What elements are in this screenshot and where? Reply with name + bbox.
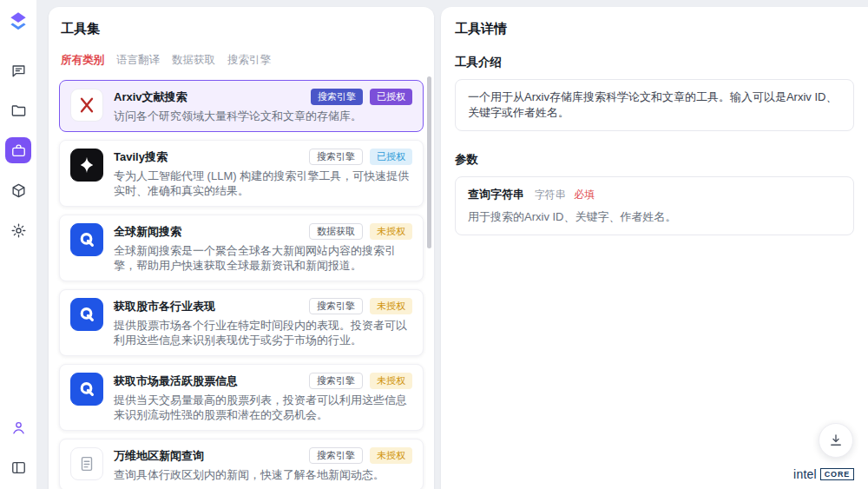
tool-detail-panel: 工具详情 工具介绍 一个用于从Arxiv存储库搜索科学论文和文章的工具。输入可以… xyxy=(441,7,868,489)
sidebar-item-settings[interactable] xyxy=(5,217,31,243)
category-tab[interactable]: 所有类别 xyxy=(61,53,104,68)
param-name: 查询字符串 xyxy=(468,188,524,201)
intel-core-logo: intel CORE xyxy=(793,467,854,481)
tool-auth-badge: 未授权 xyxy=(370,223,412,240)
tool-icon xyxy=(70,223,103,256)
tool-category-tag: 搜索引擎 xyxy=(309,447,363,464)
param-required-badge: 必填 xyxy=(574,188,595,201)
params-section-label: 参数 xyxy=(455,152,854,168)
core-badge: CORE xyxy=(820,468,854,480)
tool-description: 提供当天交易量最高的股票列表，投资者可以利用这些信息来识别流动性强的股票和潜在的… xyxy=(114,393,412,422)
sidebar-item-files[interactable] xyxy=(5,97,31,123)
category-tabs: 所有类别语言翻译数据获取搜索引擎 xyxy=(61,53,422,68)
tool-card[interactable]: Arxiv文献搜索 搜索引擎 已授权 访问各个研究领域大量科学论文和文章的存储库… xyxy=(59,80,424,132)
tool-list-panel: 工具集 所有类别语言翻译数据获取搜索引擎 xyxy=(49,7,434,489)
app-sidebar xyxy=(0,0,36,489)
tool-title: Arxiv文献搜索 xyxy=(114,89,187,106)
tool-icon xyxy=(70,89,103,122)
tool-category-tag: 搜索引擎 xyxy=(309,373,363,389)
tool-icon xyxy=(70,373,103,406)
tool-description: 专为人工智能代理 (LLM) 构建的搜索引擎工具，可快速提供实时、准确和真实的结… xyxy=(114,169,412,198)
param-description: 用于搜索的Arxiv ID、关键字、作者姓名。 xyxy=(468,209,841,225)
param-list: 查询字符串 字符串 必填 用于搜索的Arxiv ID、关键字、作者姓名。 xyxy=(455,176,854,235)
tool-description: 全球新闻搜索是一个聚合全球各大新闻网站内容的搜索引擎，帮助用户快速获取全球最新资… xyxy=(114,243,412,273)
sidebar-item-account[interactable] xyxy=(5,414,31,440)
category-tab[interactable]: 语言翻译 xyxy=(116,53,160,68)
tool-title: Tavily搜索 xyxy=(114,149,168,166)
tool-description: 查询具体行政区划内的新闻，快速了解各地新闻动态。 xyxy=(114,467,412,482)
parameter-card: 查询字符串 字符串 必填 用于搜索的Arxiv ID、关键字、作者姓名。 xyxy=(455,176,854,235)
chat-icon xyxy=(10,63,27,79)
arxiv-icon xyxy=(77,96,96,115)
tool-intro-card: 一个用于从Arxiv存储库搜索科学论文和文章的工具。输入可以是Arxiv ID、… xyxy=(455,79,854,131)
sidebar-item-chat[interactable] xyxy=(5,57,31,83)
tool-card[interactable]: Tavily搜索 搜索引擎 已授权 专为人工智能代理 (LLM) 构建的搜索引擎… xyxy=(59,140,424,207)
tool-icon xyxy=(70,298,103,331)
tool-card[interactable]: 获取市场最活跃股票信息 搜索引擎 未授权 提供当天交易量最高的股票列表，投资者可… xyxy=(59,364,424,431)
gear-icon xyxy=(10,222,27,239)
tavily-star-icon xyxy=(77,155,96,175)
tool-description: 提供股票市场各个行业在特定时间段内的表现。投资者可以利用这些信息来识别表现优于或… xyxy=(114,318,412,347)
tool-auth-badge: 未授权 xyxy=(370,298,412,314)
tool-card[interactable]: 万维地区新闻查询 搜索引擎 未授权 查询具体行政区划内的新闻，快速了解各地新闻动… xyxy=(59,439,424,489)
user-icon xyxy=(10,420,27,436)
cube-icon xyxy=(10,182,27,199)
sidebar-item-tools[interactable] xyxy=(5,137,31,163)
tool-icon xyxy=(70,149,103,182)
page-title: 工具集 xyxy=(61,21,422,37)
intro-section-label: 工具介绍 xyxy=(455,55,854,70)
tool-title: 全球新闻搜索 xyxy=(114,223,181,241)
tool-card-list: Arxiv文献搜索 搜索引擎 已授权 访问各个研究领域大量科学论文和文章的存储库… xyxy=(59,80,424,489)
download-button[interactable] xyxy=(819,423,853,458)
tool-category-tag: 搜索引擎 xyxy=(309,298,363,314)
category-tab[interactable]: 搜索引擎 xyxy=(227,53,271,68)
param-type: 字符串 xyxy=(535,188,566,201)
tool-category-tag: 搜索引擎 xyxy=(309,149,363,165)
tool-title: 获取市场最活跃股票信息 xyxy=(114,373,238,390)
category-tab[interactable]: 数据获取 xyxy=(172,53,215,68)
app-logo xyxy=(7,10,30,33)
folder-icon xyxy=(10,102,27,119)
tool-category-tag: 数据获取 xyxy=(309,223,363,240)
news-logo-icon xyxy=(77,305,96,324)
intel-wordmark: intel xyxy=(793,467,817,481)
scrollbar-thumb[interactable] xyxy=(427,76,431,248)
tool-auth-badge: 未授权 xyxy=(370,447,412,464)
tool-title: 万维地区新闻查询 xyxy=(114,447,204,465)
tool-auth-badge: 已授权 xyxy=(370,89,412,105)
detail-title: 工具详情 xyxy=(455,21,854,37)
briefcase-icon xyxy=(10,142,27,159)
tool-title: 获取股市各行业表现 xyxy=(114,298,215,315)
sidebar-item-plugins[interactable] xyxy=(5,177,31,203)
document-icon xyxy=(77,454,96,473)
download-icon xyxy=(828,433,844,448)
tool-card[interactable]: 获取股市各行业表现 搜索引擎 未授权 提供股票市场各个行业在特定时间段内的表现。… xyxy=(59,289,424,356)
tool-card[interactable]: 全球新闻搜索 数据获取 未授权 全球新闻搜索是一个聚合全球各大新闻网站内容的搜索… xyxy=(59,215,424,281)
news-logo-icon xyxy=(77,380,96,399)
tool-auth-badge: 已授权 xyxy=(370,149,412,165)
tool-description: 访问各个研究领域大量科学论文和文章的存储库。 xyxy=(114,109,412,123)
tool-category-tag: 搜索引擎 xyxy=(311,89,363,105)
news-logo-icon xyxy=(77,230,96,249)
tool-auth-badge: 未授权 xyxy=(370,373,412,389)
layout-icon xyxy=(10,459,27,476)
tool-icon xyxy=(70,447,103,480)
sidebar-item-collapse[interactable] xyxy=(5,454,31,480)
